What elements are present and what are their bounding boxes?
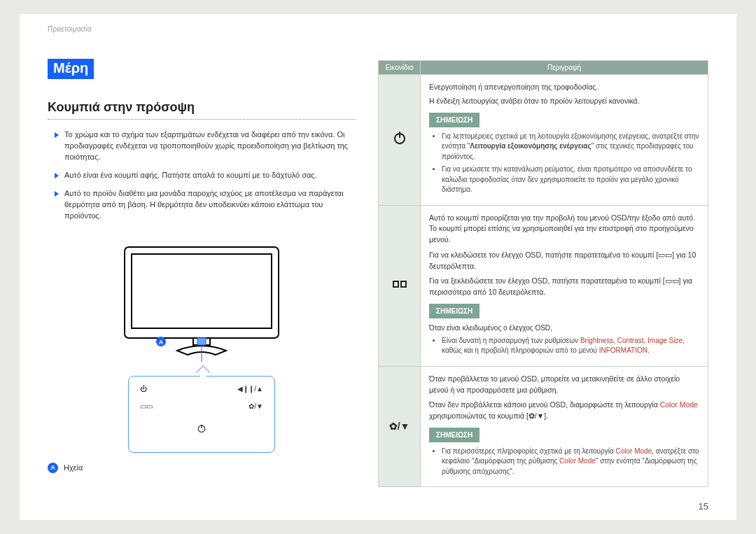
note-item: Είναι δυνατή η προσαρμογή των ρυθμίσεων … bbox=[442, 336, 699, 356]
menu-icon bbox=[379, 205, 421, 366]
bullet-item: Αυτό το προϊόν διαθέτει μια μονάδα παροχ… bbox=[55, 188, 356, 222]
svg-rect-1 bbox=[132, 254, 272, 328]
panel-btn-ch: ✿/▼ bbox=[248, 402, 263, 410]
note-text: Για περισσότερες πληροφορίες σχετικά με … bbox=[442, 447, 616, 455]
note-label: ΣΗΜΕΙΩΣΗ bbox=[429, 113, 479, 127]
panel-btn-tv: ⏻̵ bbox=[140, 385, 147, 393]
th-desc: Περιγραφή bbox=[421, 61, 708, 75]
cell-desc: Αυτό το κουμπί προορίζεται για την προβο… bbox=[421, 205, 708, 366]
table-row: Ενεργοποίηση ή απενεργοποίηση της τροφοδ… bbox=[379, 75, 708, 206]
note-item: Για να μειώσετε την κατανάλωση ρεύματος,… bbox=[442, 164, 699, 195]
section-title: Κουμπιά στην πρόσοψη bbox=[48, 100, 356, 115]
intro-bullets: Το χρώμα και το σχήμα των εξαρτημάτων εν… bbox=[48, 129, 356, 222]
svg-text:A: A bbox=[159, 339, 164, 346]
bullet-item: Το χρώμα και το σχήμα των εξαρτημάτων εν… bbox=[55, 129, 356, 163]
note-label: ΣΗΜΕΙΩΣΗ bbox=[429, 428, 479, 442]
divider bbox=[48, 119, 356, 120]
svg-rect-5 bbox=[197, 338, 206, 345]
breadcrumb: Προετοιμασία bbox=[48, 25, 92, 33]
desc-text: Ενεργοποίηση ή απενεργοποίηση της τροφοδ… bbox=[429, 82, 699, 93]
legend-marker: A bbox=[48, 463, 58, 473]
desc-text: Αυτό το κουμπί προορίζεται για την προβο… bbox=[429, 213, 699, 246]
note-list: Για περισσότερες πληροφορίες σχετικά με … bbox=[429, 447, 699, 477]
note-bold: Λειτουργία εξοικονόμησης ενέργειας bbox=[470, 142, 591, 150]
table-row: Αυτό το κουμπί προορίζεται για την προβο… bbox=[379, 205, 708, 366]
desc-span: Όταν δεν προβάλλεται κάποιο μενού OSD, δ… bbox=[429, 400, 660, 409]
power-icon bbox=[379, 75, 421, 206]
cell-desc: Ενεργοποίηση ή απενεργοποίηση της τροφοδ… bbox=[421, 75, 708, 206]
panel-power-icon bbox=[196, 427, 207, 435]
note-item: Για περισσότερες πληροφορίες σχετικά με … bbox=[442, 447, 699, 477]
page-badge: Μέρη bbox=[48, 59, 94, 79]
desc-text: Για να ξεκλειδώσετε τον έλεγχο OSD, πατή… bbox=[429, 276, 699, 298]
desc-text: Όταν δεν προβάλλεται κάποιο μενού OSD, δ… bbox=[429, 400, 699, 422]
monitor-illustration: A ⏻̵ ◀❙❙/▲ ▭▭ ✿/▼ bbox=[48, 243, 356, 453]
bullet-item: Αυτό είναι ένα κουμπί αφής. Πατήστε απαλ… bbox=[55, 170, 356, 181]
note-list: Για λεπτομέρειες σχετικά με τη λειτουργί… bbox=[429, 132, 699, 195]
desc-text: Για να κλειδώσετε τον έλεγχο OSD, πατήστ… bbox=[429, 250, 699, 272]
legend-label: Ηχεία bbox=[64, 463, 83, 472]
note-list: Είναι δυνατή η προσαρμογή των ρυθμίσεων … bbox=[429, 336, 699, 356]
desc-red: Color Mode bbox=[660, 400, 698, 409]
svg-rect-11 bbox=[393, 281, 398, 287]
note-text: Είναι δυνατή η προσαρμογή των ρυθμίσεων bbox=[442, 337, 580, 344]
updown-glyph: ✿/▼ bbox=[389, 421, 410, 432]
left-column: Μέρη Κουμπιά στην πρόσοψη Το χρώμα και τ… bbox=[48, 41, 356, 506]
note-red: INFORMATION bbox=[599, 346, 648, 354]
note-item: Για λεπτομέρειες σχετικά με τη λειτουργί… bbox=[442, 132, 699, 162]
svg-rect-12 bbox=[401, 281, 406, 287]
note-red: Color Mode bbox=[616, 447, 652, 455]
icon-description-table: Εικονίδια Περιγραφή Ενεργοποίηση ή απενε… bbox=[378, 60, 708, 487]
page-number: 15 bbox=[699, 501, 708, 512]
panel-btn-menu: ▭▭ bbox=[140, 402, 153, 410]
note-red: Brightness, Contrast, Image Size bbox=[580, 337, 682, 344]
svg-rect-0 bbox=[125, 247, 279, 338]
note-text: . bbox=[648, 346, 650, 354]
cell-desc: Όταν προβάλλεται το μενού OSD, μπορείτε … bbox=[421, 366, 708, 487]
panel-btn-vol: ◀❙❙/▲ bbox=[237, 385, 263, 393]
updown-icon: ✿/▼ bbox=[379, 366, 421, 487]
note-red: Color Mode bbox=[559, 457, 596, 465]
note-top: Όταν είναι κλειδωμένος ο έλεγχος OSD, bbox=[429, 323, 699, 333]
desc-text: Η ένδειξη λειτουργίας ανάβει όταν το προ… bbox=[429, 96, 699, 107]
right-column: Εικονίδια Περιγραφή Ενεργοποίηση ή απενε… bbox=[378, 41, 708, 506]
th-icon: Εικονίδια bbox=[379, 61, 421, 75]
legend: A Ηχεία bbox=[48, 463, 356, 473]
desc-text: Όταν προβάλλεται το μενού OSD, μπορείτε … bbox=[429, 374, 699, 396]
desc-span: χρησιμοποιώντας τα κουμπιά [✿/▼]. bbox=[429, 412, 548, 420]
note-label: ΣΗΜΕΙΩΣΗ bbox=[429, 304, 479, 318]
table-row: ✿/▼ Όταν προβάλλεται το μενού OSD, μπορε… bbox=[379, 366, 708, 487]
